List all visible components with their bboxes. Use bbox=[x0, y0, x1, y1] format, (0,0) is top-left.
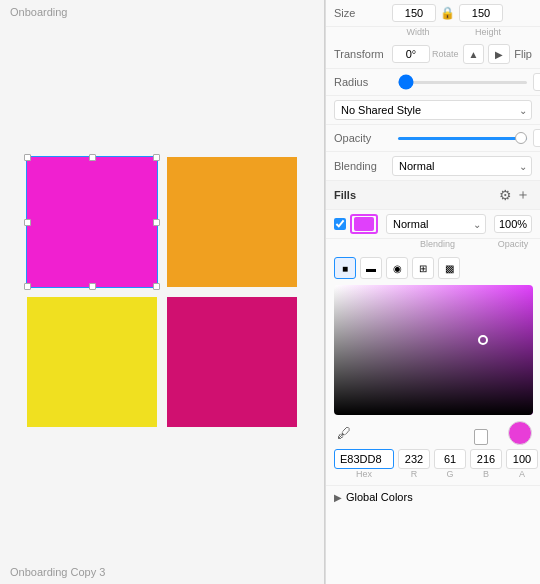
color-gradient-canvas[interactable] bbox=[334, 285, 533, 415]
hex-label: Hex bbox=[356, 469, 372, 479]
width-label: Width bbox=[396, 27, 440, 37]
lock-icon: 🔒 bbox=[440, 6, 455, 20]
color-type-linear[interactable]: ▬ bbox=[360, 257, 382, 279]
blending-label: Blending bbox=[334, 160, 392, 172]
handle-bc[interactable] bbox=[89, 283, 96, 290]
flip-vertical-btn[interactable]: ▶ bbox=[488, 44, 510, 64]
size-row: Size 🔒 bbox=[326, 0, 540, 27]
opacity-input[interactable] bbox=[533, 129, 540, 147]
fill-color-swatch[interactable] bbox=[350, 214, 378, 234]
fills-blend-wrapper[interactable]: Normal Multiply bbox=[386, 214, 486, 234]
width-field bbox=[392, 4, 436, 22]
fills-blend-select[interactable]: Normal Multiply bbox=[386, 214, 486, 234]
handle-bl[interactable] bbox=[24, 283, 31, 290]
color-type-radial[interactable]: ◉ bbox=[386, 257, 408, 279]
handle-tr[interactable] bbox=[153, 154, 160, 161]
shape-2[interactable] bbox=[167, 157, 297, 287]
color-type-solid[interactable]: ■ bbox=[334, 257, 356, 279]
radius-input[interactable] bbox=[533, 73, 540, 91]
color-picker-section: ■ ▬ ◉ ⊞ ▩ 🖋 bbox=[326, 251, 540, 486]
transform-row: Transform Rotate ▲ ▶ Flip bbox=[326, 40, 540, 69]
radius-row: Radius bbox=[326, 69, 540, 96]
rotate-label: Rotate bbox=[432, 49, 459, 59]
flip-label: Flip bbox=[514, 48, 532, 60]
fills-settings-btn[interactable]: ⚙ bbox=[496, 186, 514, 204]
opacity-slider[interactable] bbox=[398, 137, 527, 140]
color-type-tabs: ■ ▬ ◉ ⊞ ▩ bbox=[334, 257, 532, 279]
blending-sublabel: Blending bbox=[412, 239, 482, 249]
opacity-sublabel: Opacity bbox=[494, 239, 532, 249]
g-input[interactable] bbox=[434, 449, 466, 469]
handle-tl[interactable] bbox=[24, 154, 31, 161]
color-type-pattern[interactable]: ⊞ bbox=[412, 257, 434, 279]
radius-label: Radius bbox=[334, 76, 392, 88]
fills-row: Normal Multiply bbox=[326, 210, 540, 239]
shapes-grid bbox=[17, 147, 307, 437]
flip-horizontal-btn[interactable]: ▲ bbox=[463, 44, 485, 64]
b-input[interactable] bbox=[470, 449, 502, 469]
shared-style-row: No Shared Style bbox=[326, 96, 540, 125]
global-colors-row[interactable]: ▶ Global Colors bbox=[326, 486, 540, 508]
fill-checkbox[interactable] bbox=[334, 218, 346, 230]
handle-tc[interactable] bbox=[89, 154, 96, 161]
opacity-label: Opacity bbox=[334, 132, 392, 144]
handle-ml[interactable] bbox=[24, 219, 31, 226]
right-panel: Size 🔒 Width Height Transform Rotate ▲ ▶… bbox=[325, 0, 540, 584]
fill-swatch-inner bbox=[354, 217, 374, 231]
fills-title: Fills bbox=[334, 189, 496, 201]
opacity-row: Opacity bbox=[326, 125, 540, 152]
fills-sub-labels: Blending Opacity bbox=[326, 239, 540, 251]
a-input[interactable] bbox=[506, 449, 538, 469]
shape-3[interactable] bbox=[27, 297, 157, 427]
fills-opacity-input[interactable] bbox=[494, 215, 532, 233]
hex-group: Hex bbox=[334, 449, 394, 479]
height-label: Height bbox=[466, 27, 510, 37]
blending-row: Blending Normal Multiply Screen Overlay bbox=[326, 152, 540, 181]
height-input[interactable] bbox=[459, 4, 503, 22]
color-type-noise[interactable]: ▩ bbox=[438, 257, 460, 279]
gradient-dark-overlay bbox=[334, 285, 533, 415]
size-label: Size bbox=[334, 7, 392, 19]
fills-add-btn[interactable]: ＋ bbox=[514, 186, 532, 204]
width-input[interactable] bbox=[392, 4, 436, 22]
b-group: B bbox=[470, 449, 502, 479]
left-panel: Onboarding bbox=[0, 0, 325, 584]
size-labels-row: Width Height bbox=[326, 27, 540, 40]
eyedropper-btn[interactable]: 🖋 bbox=[334, 423, 354, 443]
color-final-swatch[interactable] bbox=[508, 421, 532, 445]
bottom-label: Onboarding Copy 3 bbox=[0, 560, 324, 584]
panel-title: Onboarding bbox=[0, 0, 324, 24]
shape-1[interactable] bbox=[27, 157, 157, 287]
canvas-area bbox=[0, 24, 324, 560]
r-input[interactable] bbox=[398, 449, 430, 469]
hex-input[interactable] bbox=[334, 449, 394, 469]
handle-mr[interactable] bbox=[153, 219, 160, 226]
fills-section-header: Fills ⚙ ＋ bbox=[326, 181, 540, 210]
r-group: R bbox=[398, 449, 430, 479]
hex-row: Hex R G B A bbox=[334, 449, 532, 479]
a-label: A bbox=[519, 469, 525, 479]
flip-v-icon: ▶ bbox=[495, 49, 503, 60]
handle-br[interactable] bbox=[153, 283, 160, 290]
blending-wrapper[interactable]: Normal Multiply Screen Overlay bbox=[392, 156, 532, 176]
hue-row: 🖋 bbox=[334, 421, 532, 445]
radius-slider[interactable] bbox=[398, 81, 527, 84]
global-colors-label: Global Colors bbox=[346, 491, 413, 503]
shared-style-wrapper[interactable]: No Shared Style bbox=[334, 100, 532, 120]
shape-4[interactable] bbox=[167, 297, 297, 427]
g-group: G bbox=[434, 449, 466, 479]
transform-label: Transform bbox=[334, 48, 392, 60]
b-label: B bbox=[483, 469, 489, 479]
a-group: A bbox=[506, 449, 538, 479]
shared-style-select[interactable]: No Shared Style bbox=[334, 100, 532, 120]
triangle-icon: ▶ bbox=[334, 492, 342, 503]
blending-select[interactable]: Normal Multiply Screen Overlay bbox=[392, 156, 532, 176]
g-label: G bbox=[446, 469, 453, 479]
height-field bbox=[459, 4, 503, 22]
r-label: R bbox=[411, 469, 418, 479]
rotate-input[interactable] bbox=[392, 45, 430, 63]
flip-h-icon: ▲ bbox=[469, 49, 479, 60]
hue-thumb bbox=[474, 429, 488, 445]
